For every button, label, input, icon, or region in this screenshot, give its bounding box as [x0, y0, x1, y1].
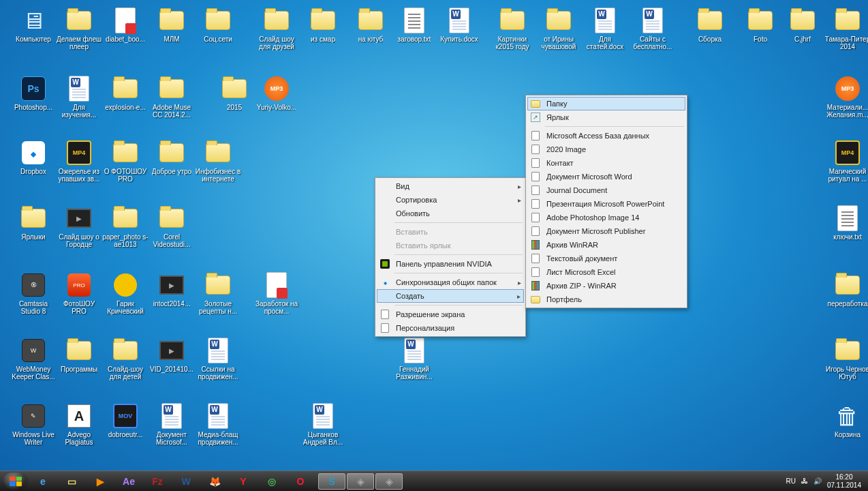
- menu-item[interactable]: Презентация Microsoft PowerPoint: [527, 197, 685, 211]
- desktop-icon[interactable]: Ярлыки: [10, 205, 57, 241]
- desktop-icon[interactable]: Сборка: [687, 7, 733, 43]
- menu-item[interactable]: Портфель: [527, 293, 685, 306]
- desktop-icon[interactable]: Для статей.docx: [582, 7, 628, 50]
- taskbar-pinned-ie[interactable]: e: [29, 473, 57, 490]
- system-tray[interactable]: RU 🖧 🔊 16:20 07.11.2014: [781, 473, 865, 490]
- desktop-icon[interactable]: W WebMoney Keeper Clas...: [10, 337, 57, 381]
- desktop-icon[interactable]: ✎ Windows Live Writer: [10, 402, 57, 446]
- desktop-icon[interactable]: Тамара-Питер 2014: [824, 7, 868, 50]
- menu-item[interactable]: ↗ Ярлык: [527, 110, 685, 124]
- desktop-icon[interactable]: diabet_boo...: [102, 7, 149, 43]
- desktop-icon[interactable]: Заработок на просм...: [253, 271, 300, 315]
- taskbar-running-app1[interactable]: ◈: [347, 473, 374, 490]
- desktop-icon[interactable]: Цыганков Андрей Вл...: [300, 402, 346, 446]
- desktop-icon[interactable]: Документ Microsof...: [149, 402, 195, 446]
- desktop-icon[interactable]: Слайд-шоу для детей: [102, 337, 149, 381]
- menu-item[interactable]: Обновить: [377, 207, 524, 220]
- desktop-icon[interactable]: Инфобизнес в интернете: [195, 139, 241, 183]
- desktop-icon[interactable]: 2015: [211, 75, 258, 111]
- taskbar-running-skype[interactable]: S: [318, 473, 345, 490]
- desktop-icon[interactable]: ⦿ Сamtasia Studio 8: [10, 271, 57, 315]
- tray-clock[interactable]: 16:20 07.11.2014: [827, 473, 861, 490]
- menu-item[interactable]: Текстовый документ: [527, 252, 685, 265]
- desktop-icon[interactable]: переработка: [824, 271, 868, 308]
- menu-item[interactable]: Microsoft Access База данных: [527, 129, 685, 143]
- desktop-icon[interactable]: Геннадий Разживин...: [391, 337, 437, 381]
- desktop-icon[interactable]: Гарик Кричевский: [102, 271, 149, 315]
- taskbar-pinned-media[interactable]: ▶: [87, 473, 114, 490]
- desktop-icon[interactable]: Для изучения...: [56, 75, 102, 119]
- desktop-icon[interactable]: из смар: [300, 7, 346, 43]
- menu-item[interactable]: Папку: [527, 97, 685, 110]
- desktop-icon[interactable]: заговор.txt: [391, 7, 437, 43]
- desktop-icon[interactable]: MP3 Yuriy-Volko...: [253, 75, 300, 111]
- taskbar-running-app2[interactable]: ◈: [375, 473, 403, 490]
- taskbar-pinned-opera[interactable]: O: [287, 473, 314, 490]
- menu-item[interactable]: Архив ZIP - WinRAR: [527, 279, 685, 293]
- desktop-icon[interactable]: MP4 Магический ритуал на ...: [824, 139, 868, 183]
- tray-network-icon[interactable]: 🖧: [801, 477, 808, 485]
- taskbar-pinned-chrome[interactable]: ◎: [258, 473, 285, 490]
- tray-volume-icon[interactable]: 🔊: [813, 477, 822, 485]
- desktop-icon[interactable]: MOV dobroeutr...: [102, 402, 149, 438]
- desktop-icon[interactable]: Игорь Чернов Ютуб: [824, 337, 868, 381]
- tray-lang[interactable]: RU: [786, 477, 795, 485]
- menu-item[interactable]: Лист Microsoft Excel: [527, 265, 685, 279]
- menu-item[interactable]: Панель управления NVIDIA: [377, 257, 524, 271]
- menu-item[interactable]: Архив WinRAR: [527, 238, 685, 252]
- desktop-icon[interactable]: Медиа-блащ продвижен...: [195, 402, 241, 446]
- taskbar-pinned-firefox[interactable]: 🦊: [201, 473, 228, 490]
- desktop-icon[interactable]: C,jhrf: [779, 7, 826, 43]
- desktop-icon[interactable]: paper_photo s-ae1013: [102, 205, 149, 248]
- desktop-icon[interactable]: от Ирины чувашовой: [536, 7, 582, 50]
- desktop-icon[interactable]: Соц.сети: [195, 7, 241, 43]
- menu-item[interactable]: Вид: [377, 179, 524, 193]
- desktop-icon[interactable]: A Advego Plagiatus: [56, 402, 102, 446]
- desktop-icon[interactable]: Adobe Muse CC 2014.2...: [149, 75, 195, 119]
- desktop-icon[interactable]: О ФОТОШОУ PRO: [102, 139, 149, 183]
- desktop-icon[interactable]: Доброе утро: [149, 139, 195, 175]
- desktop-icon[interactable]: explosion-e...: [102, 75, 149, 111]
- desktop-icon[interactable]: Программы: [56, 337, 102, 373]
- desktop-icon[interactable]: Слайд шоу о Городце: [56, 205, 102, 248]
- taskbar-pinned-filezilla[interactable]: Fz: [144, 473, 171, 490]
- menu-item[interactable]: Adobe Photoshop Image 14: [527, 211, 685, 224]
- desktop-icon[interactable]: intoct2014...: [149, 271, 195, 308]
- start-button[interactable]: [3, 473, 29, 490]
- desktop-icon[interactable]: Делаем флеш плеер: [56, 7, 102, 50]
- desktop-icon[interactable]: ключи.txt: [824, 205, 868, 241]
- taskbar-pinned-explorer[interactable]: ▭: [58, 473, 85, 490]
- desktop-icon[interactable]: 🗑 Корзина: [824, 402, 868, 438]
- desktop-icon[interactable]: ⬥ Dropbox: [10, 139, 57, 175]
- menu-item[interactable]: Journal Document: [527, 183, 685, 197]
- desktop-icon[interactable]: MP4 Ожерелье из упавших зв...: [56, 139, 102, 183]
- menu-item[interactable]: Разрешение экрана: [377, 308, 524, 321]
- desktop-icon[interactable]: MP3 Материали... Желания.m...: [824, 75, 868, 119]
- desktop-icon[interactable]: Foto: [737, 7, 784, 43]
- desktop-icon[interactable]: Corel Videostudi...: [149, 205, 195, 248]
- menu-item[interactable]: Документ Microsoft Word: [527, 170, 685, 183]
- taskbar-pinned-ae[interactable]: Ae: [115, 473, 142, 490]
- menu-item[interactable]: Создать: [377, 289, 524, 303]
- desktop-icon[interactable]: PRO ФотоШОУ PRO: [56, 271, 102, 315]
- desktop-icon[interactable]: Ссылки на продвижен...: [195, 337, 241, 381]
- menu-item[interactable]: Документ Microsoft Publisher: [527, 224, 685, 238]
- desktop-icon[interactable]: Купить.docx: [436, 7, 482, 43]
- menu-item[interactable]: 2020 Image: [527, 143, 685, 156]
- desktop-icon[interactable]: Ps Photoshop...: [10, 75, 57, 111]
- taskbar-pinned-yandex[interactable]: Y: [230, 473, 257, 490]
- taskbar-pinned-word[interactable]: W: [172, 473, 200, 490]
- desktop-icon-label: Сборка: [698, 35, 722, 43]
- desktop-icon[interactable]: МЛМ: [149, 7, 195, 43]
- desktop-icon[interactable]: VID_201410...: [149, 337, 195, 373]
- desktop-icon[interactable]: Сайты с бесплатно...: [630, 7, 676, 50]
- desktop-icon[interactable]: Картинки к2015 году: [489, 7, 536, 50]
- desktop-icon[interactable]: на ютуб: [347, 7, 394, 43]
- menu-item[interactable]: Сортировка: [377, 193, 524, 207]
- menu-item[interactable]: Контакт: [527, 156, 685, 170]
- desktop-icon[interactable]: 🖥 Компьютер: [10, 7, 57, 43]
- menu-item[interactable]: Персонализация: [377, 321, 524, 335]
- desktop-icon[interactable]: Золотые рецепты н...: [195, 271, 241, 315]
- menu-item[interactable]: ⬥ Синхронизация общих папок: [377, 276, 524, 289]
- desktop-icon[interactable]: Слайд шоу для друзей: [253, 7, 300, 50]
